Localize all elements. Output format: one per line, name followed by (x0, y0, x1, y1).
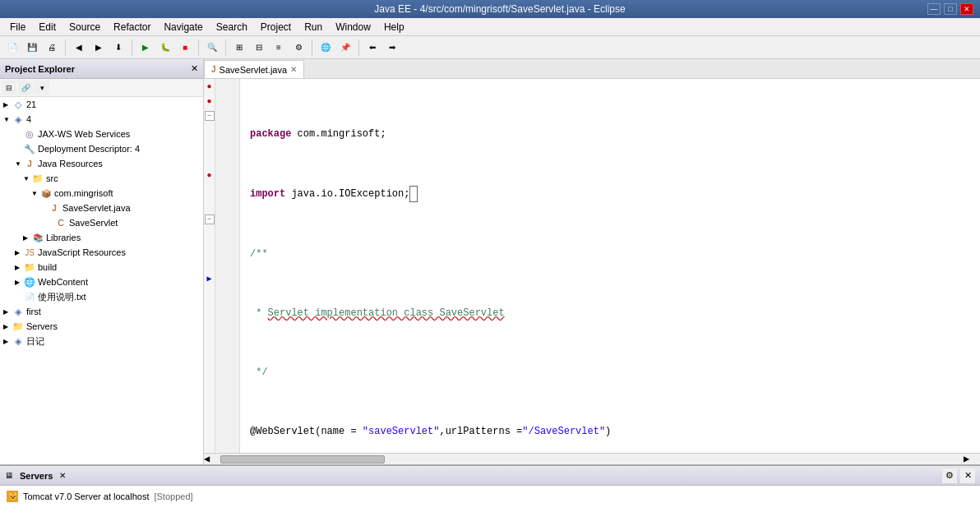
menu-edit[interactable]: Edit (32, 20, 62, 35)
maximize-button[interactable]: □ (944, 3, 957, 15)
gutter-row-4 (204, 123, 215, 138)
tree-item-saveservlet-java[interactable]: J SaveServlet.java (0, 201, 203, 215)
class-icon: C (54, 216, 67, 229)
editor-tab-saveservlet[interactable]: J SaveServlet.java ✕ (204, 60, 304, 78)
line-num-13 (219, 260, 236, 275)
code-line-2: import java.io.IOException; (247, 186, 980, 202)
toolbar-next[interactable]: ➡ (383, 39, 401, 57)
toolbar-separator-6 (358, 39, 359, 56)
print-button[interactable]: 🖨 (43, 39, 61, 57)
menu-window[interactable]: Window (329, 20, 377, 35)
toolbar-extra4[interactable]: ⚙ (289, 39, 307, 57)
code-content[interactable]: package com.mingrisoft; import java.io.I… (240, 79, 980, 453)
code-line-4: * Servlet implementation class SaveServl… (247, 306, 980, 321)
window-title: Java EE - 4/src/com/mingrisoft/SaveServl… (72, 3, 927, 15)
editor-tabs: J SaveServlet.java ✕ (204, 59, 980, 79)
tree-label-4: 4 (26, 114, 31, 124)
tree-item-package[interactable]: ▼ 📦 com.mingrisoft (0, 186, 203, 201)
tree-item-4[interactable]: ▼ ◈ 4 (0, 112, 203, 127)
h-scrollbar[interactable]: ◀ ▶ (204, 453, 980, 464)
toolbar-extra1[interactable]: ⊞ (230, 39, 248, 57)
window-controls[interactable]: — □ ✕ (927, 3, 973, 15)
tree-item-first[interactable]: ▶ ◈ first (0, 304, 203, 319)
server-row-1[interactable]: 🐱 Tomcat v7.0 Server at localhost [Stopp… (7, 489, 973, 504)
tree-item-saveservlet-class[interactable]: C SaveServlet (0, 215, 203, 230)
scroll-right-btn[interactable]: ▶ (964, 453, 980, 464)
gutter-row-10[interactable]: − (204, 212, 215, 227)
pe-collapse-button[interactable]: ⊟ (2, 81, 16, 95)
tab-close-icon[interactable]: ✕ (290, 65, 297, 74)
pe-link-button[interactable]: 🔗 (18, 81, 33, 95)
servers-icon-header: 🖥 (5, 471, 13, 480)
expand-icon-build: ▶ (15, 264, 23, 271)
h-scroll-thumb[interactable] (220, 455, 385, 464)
menu-search[interactable]: Search (210, 20, 254, 35)
code-container[interactable]: ● ● − ● (204, 79, 980, 453)
new-button[interactable]: 📄 (3, 39, 21, 57)
fold-icon-3[interactable]: − (205, 111, 215, 121)
close-button[interactable]: ✕ (960, 3, 973, 15)
tree-item-jsresources[interactable]: ▶ JS JavaScript Resources (0, 245, 203, 260)
gutter-row-15 (204, 286, 215, 301)
menu-source[interactable]: Source (62, 20, 107, 35)
menu-project[interactable]: Project (254, 20, 298, 35)
tree-item-servers-explorer[interactable]: ▶ 📁 Servers (0, 319, 203, 334)
tree-item-webcontent[interactable]: ▶ 🌐 WebContent (0, 275, 203, 289)
pe-menu-button[interactable]: ▾ (35, 81, 49, 95)
debug-button[interactable]: 🐛 (156, 39, 174, 57)
toolbar-extra5[interactable]: 🌐 (317, 39, 335, 57)
gutter-row-3[interactable]: − (204, 108, 215, 123)
server-name: Tomcat v7.0 Server at localhost (23, 491, 149, 501)
src-icon: 📁 (31, 172, 44, 185)
gutter-row-7: ● (204, 168, 215, 182)
gutter-row-8 (204, 182, 215, 197)
menu-run[interactable]: Run (298, 20, 329, 35)
h-scroll-track[interactable] (220, 455, 964, 464)
toolbar-extra6[interactable]: 📌 (336, 39, 354, 57)
run-button[interactable]: ▶ (136, 39, 155, 57)
menu-file[interactable]: File (3, 20, 32, 35)
tree-item-build[interactable]: ▶ 📁 build (0, 260, 203, 275)
tree-item-libraries[interactable]: ▶ 📚 Libraries (0, 230, 203, 245)
tree-label-libraries: Libraries (46, 233, 81, 242)
menu-navigate[interactable]: Navigate (157, 20, 209, 35)
back-button[interactable]: ◀ (70, 39, 88, 57)
tree-label-javaresources: Java Resources (38, 159, 103, 168)
save-button[interactable]: 💾 (23, 39, 41, 57)
pe-header: Project Explorer ✕ (0, 59, 203, 79)
tree-item-src[interactable]: ▼ 📁 src (0, 171, 203, 186)
gutter-row-11 (204, 227, 215, 242)
left-gutter: ● ● − ● (204, 79, 215, 453)
bp-close-button[interactable]: ✕ (960, 468, 975, 483)
forward-button[interactable]: ▶ (90, 39, 108, 57)
minimize-button[interactable]: — (927, 3, 941, 15)
stop-button[interactable]: ■ (176, 39, 194, 57)
line-num-6 (219, 156, 236, 171)
tree-item-jaxws[interactable]: ◎ JAX-WS Web Services (0, 127, 203, 141)
tree-item-21[interactable]: ▶ ◇ 21 (0, 97, 203, 112)
tree-item-diary[interactable]: ▶ ◈ 日记 (0, 334, 203, 348)
fold-icon-10[interactable]: − (205, 215, 215, 224)
title-bar: Java EE - 4/src/com/mingrisoft/SaveServl… (0, 0, 980, 18)
gutter-row-9 (204, 197, 215, 212)
toolbar-extra3[interactable]: ≡ (270, 39, 288, 57)
bp-settings-button[interactable]: ⚙ (942, 468, 957, 483)
tomcat-icon: 🐱 (7, 491, 18, 502)
bookmark-icon-14: ▶ (206, 274, 211, 284)
tree-item-deployment[interactable]: 🔧 Deployment Descriptor: 4 (0, 141, 203, 156)
tree-item-readme[interactable]: 📄 使用说明.txt (0, 289, 203, 304)
menu-help[interactable]: Help (377, 20, 411, 35)
next-button[interactable]: ⬇ (109, 39, 127, 57)
tree-item-javaresources[interactable]: ▼ J Java Resources (0, 156, 203, 171)
line-num-9 (219, 201, 236, 215)
scroll-left-btn[interactable]: ◀ (204, 453, 220, 464)
menu-refactor[interactable]: Refactor (107, 20, 157, 35)
javaresources-icon: J (23, 157, 36, 170)
server-status: [Stopped] (154, 491, 192, 501)
toolbar-prev[interactable]: ⬅ (363, 39, 381, 57)
toolbar-separator-5 (312, 39, 312, 56)
pe-close-icon[interactable]: ✕ (191, 63, 198, 74)
search-button[interactable]: 🔍 (203, 39, 221, 57)
bp-close-tab-icon[interactable]: ✕ (59, 471, 66, 480)
toolbar-extra2[interactable]: ⊟ (250, 39, 268, 57)
